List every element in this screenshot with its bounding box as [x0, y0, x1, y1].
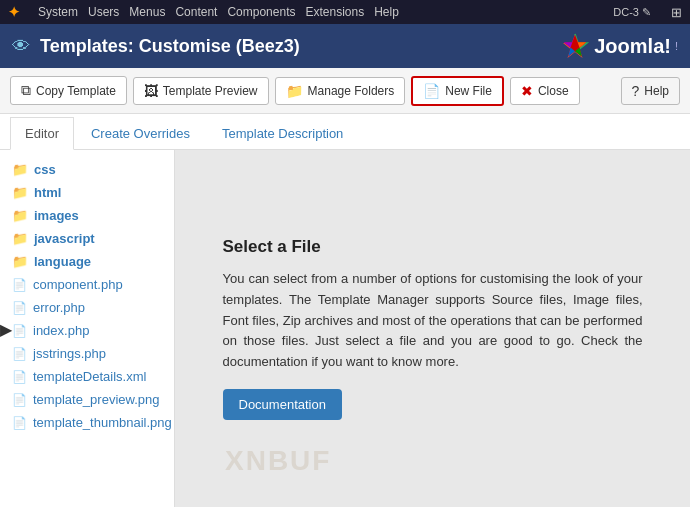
joomla-text: Joomla!: [594, 35, 671, 58]
manage-folders-label: Manage Folders: [308, 84, 395, 98]
file-template-preview-png[interactable]: 📄 template_preview.png: [0, 388, 174, 411]
folder-images-icon: 📁: [12, 208, 28, 223]
folder-javascript-icon: 📁: [12, 231, 28, 246]
tab-template-description[interactable]: Template Description: [207, 117, 358, 149]
file-icon-template-thumbnail: 📄: [12, 416, 27, 430]
template-preview-label: Template Preview: [163, 84, 258, 98]
folder-language-label: language: [34, 254, 91, 269]
copy-icon: ⧉: [21, 82, 31, 99]
file-jsstrings-label: jsstrings.php: [33, 346, 106, 361]
help-button[interactable]: ? Help: [621, 77, 680, 105]
file-icon-index: 📄: [12, 324, 27, 338]
folder-html[interactable]: 📁 html: [0, 181, 174, 204]
menu-bar: ✦ System Users Menus Content Components …: [0, 0, 690, 24]
help-label: Help: [644, 84, 669, 98]
copy-template-button[interactable]: ⧉ Copy Template: [10, 76, 127, 105]
new-file-icon: 📄: [423, 83, 440, 99]
folder-images[interactable]: 📁 images: [0, 204, 174, 227]
file-index-label: index.php: [33, 323, 89, 338]
tab-editor[interactable]: Editor: [10, 117, 74, 150]
header-bar: 👁 Templates: Customise (Beez3) Joomla! !: [0, 24, 690, 68]
file-template-thumbnail-png[interactable]: 📄 template_thumbnail.png: [0, 411, 174, 434]
menu-users[interactable]: Users: [88, 5, 119, 19]
folder-css-label: css: [34, 162, 56, 177]
joomla-small-icon: ✦: [8, 4, 20, 20]
page-title: Templates: Customise (Beez3): [40, 36, 560, 57]
close-icon: ✖: [521, 83, 533, 99]
file-index-php[interactable]: 📄 index.php: [0, 319, 174, 342]
watermark: XNBUF: [225, 445, 331, 477]
file-template-preview-label: template_preview.png: [33, 392, 159, 407]
select-file-description: You can select from a number of options …: [223, 269, 643, 373]
right-panel: Select a File You can select from a numb…: [175, 150, 690, 507]
close-button[interactable]: ✖ Close: [510, 77, 580, 105]
folder-javascript[interactable]: 📁 javascript: [0, 227, 174, 250]
file-component-label: component.php: [33, 277, 123, 292]
menu-components[interactable]: Components: [227, 5, 295, 19]
folder-icon: 📁: [286, 83, 303, 99]
template-preview-button[interactable]: 🖼 Template Preview: [133, 77, 269, 105]
manage-folders-button[interactable]: 📁 Manage Folders: [275, 77, 406, 105]
menu-extensions[interactable]: Extensions: [305, 5, 364, 19]
file-error-php[interactable]: 📄 error.php: [0, 296, 174, 319]
select-file-title: Select a File: [223, 237, 643, 257]
menu-help[interactable]: Help: [374, 5, 399, 19]
joomla-star-icon: [560, 31, 590, 61]
joomla-logo: Joomla! !: [560, 31, 678, 61]
folder-html-label: html: [34, 185, 61, 200]
documentation-button[interactable]: Documentation: [223, 389, 342, 420]
file-icon-jsstrings: 📄: [12, 347, 27, 361]
menu-menus[interactable]: Menus: [129, 5, 165, 19]
folder-javascript-label: javascript: [34, 231, 95, 246]
eye-icon: 👁: [12, 36, 30, 57]
folder-css-icon: 📁: [12, 162, 28, 177]
menu-content[interactable]: Content: [175, 5, 217, 19]
help-icon: ?: [632, 83, 640, 99]
tab-create-overrides[interactable]: Create Overrides: [76, 117, 205, 149]
file-templatedetails-xml[interactable]: 📄 templateDetails.xml: [0, 365, 174, 388]
folder-images-label: images: [34, 208, 79, 223]
menu-system[interactable]: System: [38, 5, 78, 19]
new-file-button[interactable]: 📄 New File: [411, 76, 504, 106]
main-content: ▶ 📁 css 📁 html 📁 images 📁 javascript 📁 l…: [0, 150, 690, 507]
select-file-box: Select a File You can select from a numb…: [223, 237, 643, 420]
folder-html-icon: 📁: [12, 185, 28, 200]
copy-template-label: Copy Template: [36, 84, 116, 98]
new-file-label: New File: [445, 84, 492, 98]
file-icon-component: 📄: [12, 278, 27, 292]
screen-icon: ⊞: [671, 5, 682, 20]
tabs-bar: Editor Create Overrides Template Descrip…: [0, 114, 690, 150]
file-component-php[interactable]: 📄 component.php: [0, 273, 174, 296]
file-icon-template-preview: 📄: [12, 393, 27, 407]
file-icon-error: 📄: [12, 301, 27, 315]
toolbar: ⧉ Copy Template 🖼 Template Preview 📁 Man…: [0, 68, 690, 114]
file-templatedetails-label: templateDetails.xml: [33, 369, 146, 384]
dc-info: DC-3 ✎: [613, 6, 651, 19]
file-error-label: error.php: [33, 300, 85, 315]
preview-icon: 🖼: [144, 83, 158, 99]
menu-items: System Users Menus Content Components Ex…: [38, 5, 601, 19]
folder-css[interactable]: 📁 css: [0, 158, 174, 181]
folder-language-icon: 📁: [12, 254, 28, 269]
file-template-thumbnail-label: template_thumbnail.png: [33, 415, 172, 430]
file-jsstrings-php[interactable]: 📄 jsstrings.php: [0, 342, 174, 365]
folder-language[interactable]: 📁 language: [0, 250, 174, 273]
close-label: Close: [538, 84, 569, 98]
file-icon-templatedetails: 📄: [12, 370, 27, 384]
file-tree: ▶ 📁 css 📁 html 📁 images 📁 javascript 📁 l…: [0, 150, 175, 507]
